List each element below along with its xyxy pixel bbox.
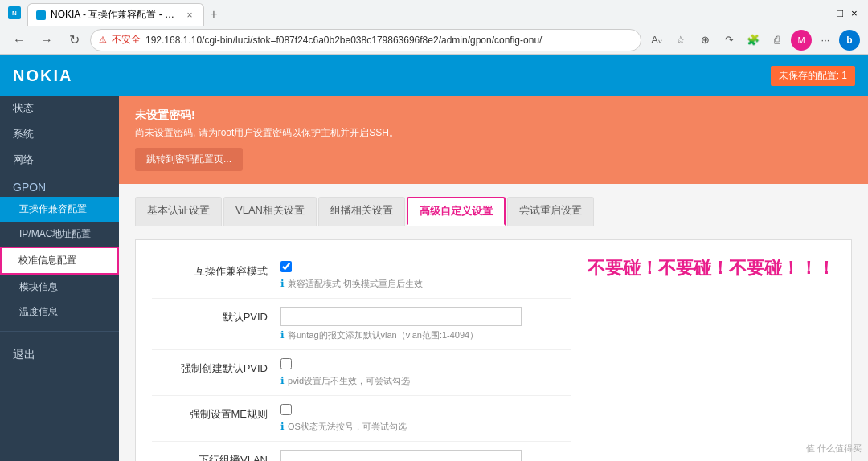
sidebar-item-module[interactable]: 模块信息 bbox=[0, 275, 119, 300]
tab-close-button[interactable]: × bbox=[184, 10, 195, 21]
extensions-button[interactable]: 🧩 bbox=[743, 30, 764, 51]
form-row-me-rule: 强制设置ME规则 ℹ OS状态无法按号，可尝试勾选 bbox=[152, 396, 571, 442]
page-body: 状态 系统 网络 GPON 互操作兼容配置 IP/MAC地址配置 校准信息配置 … bbox=[0, 96, 868, 461]
sidebar-item-network[interactable]: 网络 bbox=[0, 147, 119, 173]
browser-tab[interactable]: NOKIA - 互操作兼容配置 - LuCI × bbox=[27, 3, 204, 26]
sidebar-item-ipmac[interactable]: IP/MAC地址配置 bbox=[0, 222, 119, 247]
hint-icon-pvid: ℹ bbox=[280, 329, 285, 341]
form-hint-me-rule: ℹ OS状态无法按号，可尝试勾选 bbox=[280, 421, 571, 433]
form-row-pvid: 默认PVID ℹ 将untag的报文添加默认vlan（vlan范围:1-4094… bbox=[152, 299, 571, 350]
window-maximize-button[interactable]: □ bbox=[834, 7, 845, 18]
sidebar-item-compat[interactable]: 互操作兼容配置 bbox=[0, 197, 119, 222]
input-pvid[interactable] bbox=[280, 307, 522, 326]
bing-button[interactable]: b bbox=[839, 30, 860, 51]
share-button[interactable]: ⎙ bbox=[767, 30, 788, 51]
form-label-me-rule: 强制设置ME规则 bbox=[152, 404, 280, 422]
security-label: 不安全 bbox=[112, 33, 141, 47]
tab-advanced[interactable]: 高级自定义设置 bbox=[407, 197, 506, 226]
sidebar-item-temp[interactable]: 温度信息 bbox=[0, 300, 119, 324]
new-tab-button[interactable]: + bbox=[204, 3, 223, 26]
toolbar-icons: Aᵥ ☆ ⊕ ↷ 🧩 ⎙ M ··· b bbox=[646, 30, 860, 51]
main-content: 未设置密码! 尚未设置密码, 请为root用户设置密码以保护主机并开启SSH。 … bbox=[119, 96, 868, 461]
tab-bar: NOKIA - 互操作兼容配置 - LuCI × + bbox=[27, 0, 813, 26]
form-hint-compat-mode: ℹ 兼容适配模式,切换模式重启后生效 bbox=[280, 278, 571, 290]
tab-bar-main: 基本认证设置 VLAN相关设置 组播相关设置 高级自定义设置 尝试重启设置 bbox=[135, 197, 852, 226]
hint-icon-force-pvid: ℹ bbox=[280, 375, 285, 386]
favorites-button[interactable]: ☆ bbox=[670, 30, 691, 51]
sidebar-item-calibration[interactable]: 校准信息配置 bbox=[0, 247, 119, 275]
sidebar-section-gpon: GPON bbox=[0, 173, 119, 197]
window-minimize-button[interactable]: — bbox=[820, 7, 831, 18]
form-section: 互操作兼容模式 ℹ 兼容适配模式,切换模式重启后生效 默认 bbox=[135, 239, 852, 461]
form-control-pvid: ℹ 将untag的报文添加默认vlan（vlan范围:1-4094） bbox=[280, 307, 571, 341]
hint-icon: ℹ bbox=[280, 278, 285, 289]
app-topbar: NOKIA 未保存的配置: 1 bbox=[0, 55, 868, 96]
tab-title: NOKIA - 互操作兼容配置 - LuCI bbox=[51, 8, 179, 22]
security-icon: ⚠ bbox=[99, 35, 107, 45]
sidebar-item-logout[interactable]: 退出 bbox=[0, 338, 119, 372]
form-control-force-pvid: ℹ pvid设置后不生效，可尝试勾选 bbox=[280, 358, 571, 387]
checkbox-force-pvid[interactable] bbox=[280, 358, 292, 369]
warning-action-button[interactable]: 跳转到密码配置页... bbox=[135, 148, 243, 171]
address-bar[interactable]: ⚠ 不安全 192.168.1.10/cgi-bin/luci/stok=f08… bbox=[90, 29, 641, 51]
form-label-compat-mode: 互操作兼容模式 bbox=[152, 261, 280, 279]
app-brand: NOKIA bbox=[13, 67, 771, 85]
form-row-force-pvid: 强制创建默认PVID ℹ pvid设置后不生效，可尝试勾选 bbox=[152, 350, 571, 396]
form-fields: 互操作兼容模式 ℹ 兼容适配模式,切换模式重启后生效 默认 bbox=[152, 253, 571, 461]
tab-vlan[interactable]: VLAN相关设置 bbox=[223, 197, 317, 226]
input-multicast-vlan[interactable] bbox=[280, 450, 522, 461]
tab-multicast[interactable]: 组播相关设置 bbox=[318, 197, 405, 226]
form-label-multicast-vlan: 下行组播VLAN bbox=[152, 450, 280, 461]
address-bar-row: ← → ↻ ⚠ 不安全 192.168.1.10/cgi-bin/luci/st… bbox=[0, 26, 868, 55]
collections-button[interactable]: ⊕ bbox=[694, 30, 715, 51]
warning-text: 尚未设置密码, 请为root用户设置密码以保护主机并开启SSH。 bbox=[135, 126, 852, 140]
checkbox-me-rule[interactable] bbox=[280, 404, 292, 415]
tab-basic[interactable]: 基本认证设置 bbox=[135, 197, 222, 226]
tab-favicon bbox=[36, 10, 46, 20]
big-warning-text: 不要碰！不要碰！不要碰！！！ bbox=[588, 253, 835, 461]
back-button[interactable]: ← bbox=[8, 29, 31, 51]
profile-button[interactable]: M bbox=[791, 30, 812, 51]
sidebar-item-system[interactable]: 系统 bbox=[0, 121, 119, 147]
refresh-button[interactable]: ↻ bbox=[63, 29, 85, 51]
form-row-multicast-vlan: 下行组播VLAN ℹ 组播数据vlan（填写原光猫中的组播vlan，vlan范围… bbox=[152, 442, 571, 461]
form-control-compat-mode: ℹ 兼容适配模式,切换模式重启后生效 bbox=[280, 261, 571, 290]
form-and-warning: 互操作兼容模式 ℹ 兼容适配模式,切换模式重启后生效 默认 bbox=[152, 253, 835, 461]
form-label-pvid: 默认PVID bbox=[152, 307, 280, 324]
read-mode-button[interactable]: Aᵥ bbox=[646, 30, 667, 51]
sidebar: 状态 系统 网络 GPON 互操作兼容配置 IP/MAC地址配置 校准信息配置 … bbox=[0, 96, 119, 461]
history-button[interactable]: ↷ bbox=[719, 30, 739, 51]
form-control-me-rule: ℹ OS状态无法按号，可尝试勾选 bbox=[280, 404, 571, 433]
sidebar-divider bbox=[0, 331, 119, 332]
browser-chrome: N NOKIA - 互操作兼容配置 - LuCI × + — □ × ← → ↻… bbox=[0, 0, 868, 55]
watermark: 值 什么值得买 bbox=[806, 443, 862, 455]
window-close-button[interactable]: × bbox=[849, 7, 860, 18]
hint-icon-me-rule: ℹ bbox=[280, 421, 285, 432]
unsaved-badge: 未保存的配置: 1 bbox=[771, 66, 855, 86]
form-control-multicast-vlan: ℹ 组播数据vlan（填写原光猫中的组播vlan，vlan范围:1-4094） bbox=[280, 450, 571, 461]
content-section: 基本认证设置 VLAN相关设置 组播相关设置 高级自定义设置 尝试重启设置 互操… bbox=[119, 184, 868, 461]
address-text: 192.168.1.10/cgi-bin/luci/stok=f087f24c6… bbox=[145, 35, 633, 46]
forward-button[interactable]: → bbox=[35, 29, 58, 51]
warning-title: 未设置密码! bbox=[135, 108, 852, 123]
tab-reboot[interactable]: 尝试重启设置 bbox=[507, 197, 594, 226]
form-row-compat-mode: 互操作兼容模式 ℹ 兼容适配模式,切换模式重启后生效 bbox=[152, 253, 571, 299]
form-hint-force-pvid: ℹ pvid设置后不生效，可尝试勾选 bbox=[280, 375, 571, 387]
sidebar-item-status[interactable]: 状态 bbox=[0, 96, 119, 121]
more-button[interactable]: ··· bbox=[815, 30, 836, 51]
browser-titlebar: N NOKIA - 互操作兼容配置 - LuCI × + — □ × bbox=[0, 0, 868, 26]
form-label-force-pvid: 强制创建默认PVID bbox=[152, 358, 280, 376]
window-controls: — □ × bbox=[820, 7, 860, 18]
checkbox-compat-mode[interactable] bbox=[280, 261, 292, 272]
warning-banner: 未设置密码! 尚未设置密码, 请为root用户设置密码以保护主机并开启SSH。 … bbox=[119, 96, 868, 184]
form-hint-pvid: ℹ 将untag的报文添加默认vlan（vlan范围:1-4094） bbox=[280, 329, 571, 341]
